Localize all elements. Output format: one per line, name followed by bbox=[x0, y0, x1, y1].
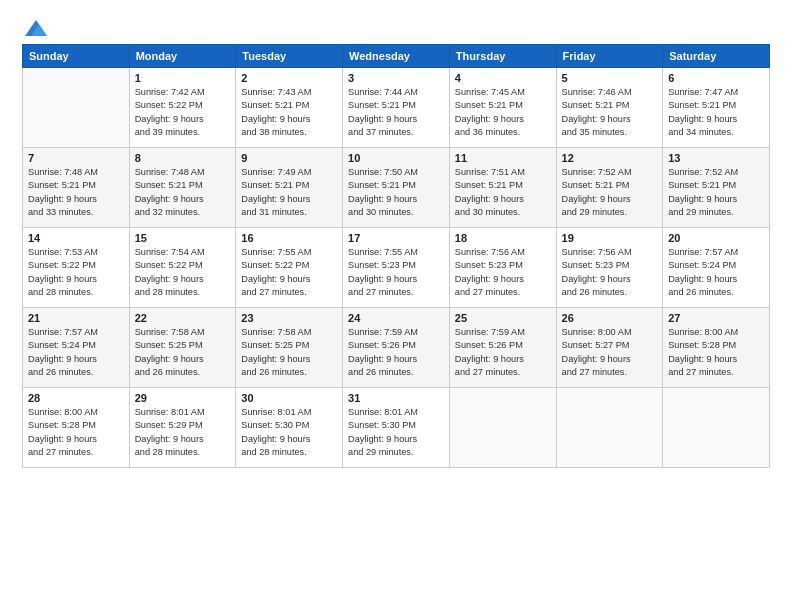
day-number: 31 bbox=[348, 392, 444, 404]
day-info: Sunrise: 7:52 AM Sunset: 5:21 PM Dayligh… bbox=[668, 166, 764, 219]
day-info: Sunrise: 8:00 AM Sunset: 5:28 PM Dayligh… bbox=[28, 406, 124, 459]
day-info: Sunrise: 7:59 AM Sunset: 5:26 PM Dayligh… bbox=[455, 326, 551, 379]
calendar-header-sunday: Sunday bbox=[23, 45, 130, 68]
day-number: 7 bbox=[28, 152, 124, 164]
logo-text bbox=[22, 18, 50, 38]
day-info: Sunrise: 7:48 AM Sunset: 5:21 PM Dayligh… bbox=[135, 166, 231, 219]
day-info: Sunrise: 7:59 AM Sunset: 5:26 PM Dayligh… bbox=[348, 326, 444, 379]
calendar-cell: 31Sunrise: 8:01 AM Sunset: 5:30 PM Dayli… bbox=[343, 388, 450, 468]
day-info: Sunrise: 8:00 AM Sunset: 5:27 PM Dayligh… bbox=[562, 326, 658, 379]
day-number: 17 bbox=[348, 232, 444, 244]
calendar-cell: 23Sunrise: 7:58 AM Sunset: 5:25 PM Dayli… bbox=[236, 308, 343, 388]
calendar-cell: 22Sunrise: 7:58 AM Sunset: 5:25 PM Dayli… bbox=[129, 308, 236, 388]
day-info: Sunrise: 7:56 AM Sunset: 5:23 PM Dayligh… bbox=[455, 246, 551, 299]
calendar-cell: 29Sunrise: 8:01 AM Sunset: 5:29 PM Dayli… bbox=[129, 388, 236, 468]
day-info: Sunrise: 8:01 AM Sunset: 5:30 PM Dayligh… bbox=[241, 406, 337, 459]
day-info: Sunrise: 7:46 AM Sunset: 5:21 PM Dayligh… bbox=[562, 86, 658, 139]
day-info: Sunrise: 7:57 AM Sunset: 5:24 PM Dayligh… bbox=[28, 326, 124, 379]
calendar-cell: 28Sunrise: 8:00 AM Sunset: 5:28 PM Dayli… bbox=[23, 388, 130, 468]
calendar-cell: 12Sunrise: 7:52 AM Sunset: 5:21 PM Dayli… bbox=[556, 148, 663, 228]
calendar-week-2: 7Sunrise: 7:48 AM Sunset: 5:21 PM Daylig… bbox=[23, 148, 770, 228]
day-info: Sunrise: 7:44 AM Sunset: 5:21 PM Dayligh… bbox=[348, 86, 444, 139]
day-number: 16 bbox=[241, 232, 337, 244]
day-number: 24 bbox=[348, 312, 444, 324]
day-info: Sunrise: 7:51 AM Sunset: 5:21 PM Dayligh… bbox=[455, 166, 551, 219]
calendar-week-3: 14Sunrise: 7:53 AM Sunset: 5:22 PM Dayli… bbox=[23, 228, 770, 308]
day-info: Sunrise: 7:45 AM Sunset: 5:21 PM Dayligh… bbox=[455, 86, 551, 139]
day-info: Sunrise: 7:53 AM Sunset: 5:22 PM Dayligh… bbox=[28, 246, 124, 299]
calendar-cell: 9Sunrise: 7:49 AM Sunset: 5:21 PM Daylig… bbox=[236, 148, 343, 228]
day-number: 4 bbox=[455, 72, 551, 84]
calendar-cell: 16Sunrise: 7:55 AM Sunset: 5:22 PM Dayli… bbox=[236, 228, 343, 308]
day-number: 1 bbox=[135, 72, 231, 84]
day-number: 28 bbox=[28, 392, 124, 404]
day-number: 9 bbox=[241, 152, 337, 164]
day-info: Sunrise: 7:42 AM Sunset: 5:22 PM Dayligh… bbox=[135, 86, 231, 139]
calendar-cell: 7Sunrise: 7:48 AM Sunset: 5:21 PM Daylig… bbox=[23, 148, 130, 228]
day-info: Sunrise: 8:01 AM Sunset: 5:30 PM Dayligh… bbox=[348, 406, 444, 459]
calendar-cell: 10Sunrise: 7:50 AM Sunset: 5:21 PM Dayli… bbox=[343, 148, 450, 228]
day-info: Sunrise: 7:48 AM Sunset: 5:21 PM Dayligh… bbox=[28, 166, 124, 219]
calendar-cell: 26Sunrise: 8:00 AM Sunset: 5:27 PM Dayli… bbox=[556, 308, 663, 388]
day-info: Sunrise: 7:55 AM Sunset: 5:22 PM Dayligh… bbox=[241, 246, 337, 299]
day-number: 11 bbox=[455, 152, 551, 164]
calendar-cell: 20Sunrise: 7:57 AM Sunset: 5:24 PM Dayli… bbox=[663, 228, 770, 308]
day-number: 29 bbox=[135, 392, 231, 404]
calendar-cell: 25Sunrise: 7:59 AM Sunset: 5:26 PM Dayli… bbox=[449, 308, 556, 388]
day-number: 10 bbox=[348, 152, 444, 164]
day-number: 27 bbox=[668, 312, 764, 324]
logo bbox=[22, 18, 50, 36]
day-info: Sunrise: 8:01 AM Sunset: 5:29 PM Dayligh… bbox=[135, 406, 231, 459]
day-number: 30 bbox=[241, 392, 337, 404]
calendar-week-1: 1Sunrise: 7:42 AM Sunset: 5:22 PM Daylig… bbox=[23, 68, 770, 148]
logo-icon bbox=[23, 18, 49, 38]
calendar-header-monday: Monday bbox=[129, 45, 236, 68]
calendar-cell: 13Sunrise: 7:52 AM Sunset: 5:21 PM Dayli… bbox=[663, 148, 770, 228]
calendar-header-friday: Friday bbox=[556, 45, 663, 68]
calendar-cell bbox=[23, 68, 130, 148]
day-number: 19 bbox=[562, 232, 658, 244]
calendar-cell: 21Sunrise: 7:57 AM Sunset: 5:24 PM Dayli… bbox=[23, 308, 130, 388]
calendar-cell: 5Sunrise: 7:46 AM Sunset: 5:21 PM Daylig… bbox=[556, 68, 663, 148]
calendar-cell: 2Sunrise: 7:43 AM Sunset: 5:21 PM Daylig… bbox=[236, 68, 343, 148]
calendar-header-saturday: Saturday bbox=[663, 45, 770, 68]
day-number: 26 bbox=[562, 312, 658, 324]
calendar-header-thursday: Thursday bbox=[449, 45, 556, 68]
day-number: 14 bbox=[28, 232, 124, 244]
calendar-header-wednesday: Wednesday bbox=[343, 45, 450, 68]
calendar-cell: 3Sunrise: 7:44 AM Sunset: 5:21 PM Daylig… bbox=[343, 68, 450, 148]
day-number: 5 bbox=[562, 72, 658, 84]
calendar-table: SundayMondayTuesdayWednesdayThursdayFrid… bbox=[22, 44, 770, 468]
calendar-cell: 30Sunrise: 8:01 AM Sunset: 5:30 PM Dayli… bbox=[236, 388, 343, 468]
calendar-header-row: SundayMondayTuesdayWednesdayThursdayFrid… bbox=[23, 45, 770, 68]
day-number: 18 bbox=[455, 232, 551, 244]
day-info: Sunrise: 7:58 AM Sunset: 5:25 PM Dayligh… bbox=[135, 326, 231, 379]
day-number: 25 bbox=[455, 312, 551, 324]
calendar-cell: 8Sunrise: 7:48 AM Sunset: 5:21 PM Daylig… bbox=[129, 148, 236, 228]
day-number: 23 bbox=[241, 312, 337, 324]
calendar-week-4: 21Sunrise: 7:57 AM Sunset: 5:24 PM Dayli… bbox=[23, 308, 770, 388]
day-number: 15 bbox=[135, 232, 231, 244]
calendar-cell: 6Sunrise: 7:47 AM Sunset: 5:21 PM Daylig… bbox=[663, 68, 770, 148]
calendar-cell: 18Sunrise: 7:56 AM Sunset: 5:23 PM Dayli… bbox=[449, 228, 556, 308]
calendar-cell: 14Sunrise: 7:53 AM Sunset: 5:22 PM Dayli… bbox=[23, 228, 130, 308]
day-number: 22 bbox=[135, 312, 231, 324]
header bbox=[22, 18, 770, 36]
day-info: Sunrise: 8:00 AM Sunset: 5:28 PM Dayligh… bbox=[668, 326, 764, 379]
day-number: 3 bbox=[348, 72, 444, 84]
calendar-cell: 27Sunrise: 8:00 AM Sunset: 5:28 PM Dayli… bbox=[663, 308, 770, 388]
day-info: Sunrise: 7:57 AM Sunset: 5:24 PM Dayligh… bbox=[668, 246, 764, 299]
day-number: 12 bbox=[562, 152, 658, 164]
day-info: Sunrise: 7:58 AM Sunset: 5:25 PM Dayligh… bbox=[241, 326, 337, 379]
day-info: Sunrise: 7:52 AM Sunset: 5:21 PM Dayligh… bbox=[562, 166, 658, 219]
day-number: 8 bbox=[135, 152, 231, 164]
calendar-cell: 17Sunrise: 7:55 AM Sunset: 5:23 PM Dayli… bbox=[343, 228, 450, 308]
calendar-week-5: 28Sunrise: 8:00 AM Sunset: 5:28 PM Dayli… bbox=[23, 388, 770, 468]
day-number: 13 bbox=[668, 152, 764, 164]
day-info: Sunrise: 7:47 AM Sunset: 5:21 PM Dayligh… bbox=[668, 86, 764, 139]
day-number: 20 bbox=[668, 232, 764, 244]
day-info: Sunrise: 7:43 AM Sunset: 5:21 PM Dayligh… bbox=[241, 86, 337, 139]
calendar-header-tuesday: Tuesday bbox=[236, 45, 343, 68]
page: SundayMondayTuesdayWednesdayThursdayFrid… bbox=[0, 0, 792, 612]
calendar-cell: 11Sunrise: 7:51 AM Sunset: 5:21 PM Dayli… bbox=[449, 148, 556, 228]
